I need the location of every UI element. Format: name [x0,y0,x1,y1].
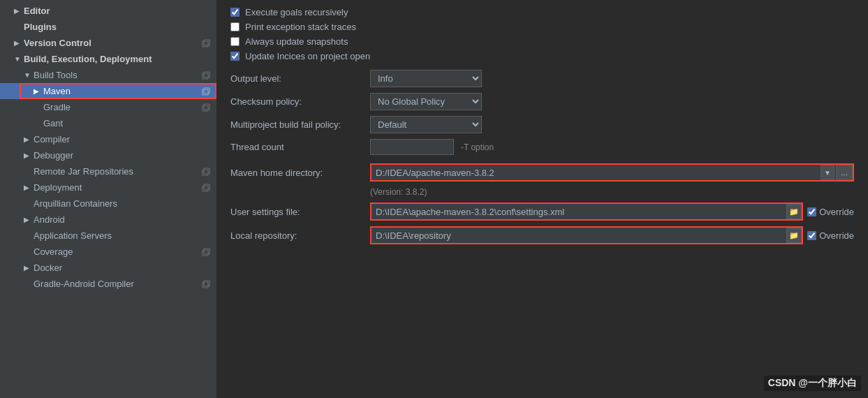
sidebar-item-build-tools[interactable]: ▼ Build Tools [0,67,216,83]
svg-rect-3 [204,72,209,78]
multiproject-label: Multiproject build fail policy: [230,119,370,130]
maven-home-input-wrapper: ▼ ... [370,163,854,182]
copy-icon [201,38,211,48]
checkbox-update-indices[interactable]: Update Incices on project open [230,51,854,61]
sidebar-item-compiler[interactable]: ▶ Compiler [0,131,216,147]
svg-rect-7 [204,104,209,110]
copy-icon [201,183,211,193]
sidebar-item-version-control[interactable]: ▶ Version Control [0,35,216,51]
local-repo-override-label: Override [819,230,854,241]
arrow-icon: ▼ [24,71,34,79]
sidebar-item-debugger[interactable]: ▶ Debugger [0,147,216,163]
maven-home-row: Maven home directory: ▼ ... [230,163,854,182]
local-repo-folder-btn[interactable]: 📁 [786,228,802,243]
sidebar-item-label: Compiler [34,134,211,145]
sidebar-item-label: Version Control [24,38,201,48]
sidebar-item-coverage[interactable]: Coverage [0,244,216,260]
sidebar-item-remote-jar[interactable]: Remote Jar Repositories [0,163,216,179]
maven-home-browse-btn[interactable]: ... [836,165,853,180]
output-level-label: Output level: [230,73,370,84]
user-settings-override-label: Override [819,207,854,217]
checksum-select[interactable]: No Global Policy Strict Relaxed [370,93,482,110]
svg-rect-9 [204,168,209,174]
sidebar-item-label: Gant [43,118,211,128]
checkbox-always-update[interactable]: Always update snapshots [230,36,854,47]
copy-icon [201,103,211,112]
execute-goals-label: Execute goals recursively [245,7,348,17]
sidebar-item-label: Arquillian Containers [34,198,211,209]
sidebar-item-label: Debugger [34,150,211,161]
execute-goals-checkbox[interactable] [230,8,240,17]
sidebar-item-label: Plugins [24,22,211,32]
t-option-label: -T option [461,142,494,152]
sidebar-item-gant[interactable]: Gant [0,115,216,131]
local-repo-input[interactable] [372,228,785,243]
svg-rect-1 [204,40,209,45]
maven-home-dropdown-btn[interactable]: ▼ [821,165,834,180]
local-repo-control: 📁 Override [370,226,854,244]
always-update-checkbox[interactable] [230,37,240,46]
main-content: Execute goals recursively Print exceptio… [216,0,868,398]
svg-rect-15 [204,281,209,286]
update-indices-label: Update Incices on project open [245,51,370,61]
copy-icon [201,247,211,257]
local-repo-label: Local repository: [230,230,370,241]
maven-home-input[interactable] [372,165,821,180]
output-level-select[interactable]: Info Error Warn Debug [370,70,482,87]
sidebar-item-label: Gradle-Android Compiler [34,279,201,289]
sidebar-item-arquillian[interactable]: Arquillian Containers [0,196,216,212]
sidebar-item-app-servers[interactable]: Application Servers [0,228,216,244]
print-exception-label: Print exception stack traces [245,22,356,32]
sidebar-item-gradle[interactable]: Gradle [0,99,216,115]
sidebar-item-gradle-android[interactable]: Gradle-Android Compiler [0,276,216,292]
arrow-icon: ▶ [24,184,34,191]
sidebar-item-editor[interactable]: ▶ Editor [0,3,216,19]
print-exception-checkbox[interactable] [230,22,240,31]
user-settings-override-wrap: Override [807,207,854,217]
sidebar-item-maven[interactable]: ▶ Maven [0,83,216,99]
sidebar-item-label: Build Tools [34,70,201,80]
sidebar: ▶ Editor Plugins ▶ Version Control ▼ Bui… [0,0,216,398]
checkbox-print-exception[interactable]: Print exception stack traces [230,22,854,32]
checkbox-execute-goals[interactable]: Execute goals recursively [230,7,854,17]
sidebar-item-build-execution[interactable]: ▼ Build, Execution, Deployment [0,51,216,67]
user-settings-folder-btn[interactable]: 📁 [786,204,802,219]
arrow-icon: ▶ [34,87,43,95]
maven-version-note: (Version: 3.8.2) [370,187,854,197]
copy-icon [201,71,211,80]
arrow-icon: ▶ [14,39,24,47]
checksum-label: Checksum policy: [230,96,370,107]
sidebar-item-label: Deployment [34,182,201,193]
sidebar-item-label: Android [34,214,211,225]
output-level-row: Output level: Info Error Warn Debug [230,70,854,87]
thread-count-input[interactable] [370,139,454,155]
multiproject-select[interactable]: Default Fail Fast Fail Never [370,116,482,133]
sidebar-item-android[interactable]: ▶ Android [0,212,216,228]
watermark: CSDN @一个胖小白 [764,376,861,391]
arrow-icon: ▶ [24,152,34,159]
svg-rect-12 [203,250,208,256]
sidebar-item-label: Maven [43,86,201,96]
local-repo-row: Local repository: 📁 Override [230,226,854,244]
user-settings-input[interactable] [372,205,785,219]
sidebar-item-deployment[interactable]: ▶ Deployment [0,179,216,196]
user-settings-override-checkbox[interactable] [807,207,816,216]
sidebar-item-label: Application Servers [34,230,211,241]
local-repo-override-wrap: Override [807,230,854,241]
sidebar-item-label: Remote Jar Repositories [34,166,201,177]
arrow-icon: ▶ [24,264,34,272]
sidebar-item-label: Coverage [34,246,201,257]
svg-rect-6 [203,105,208,111]
sidebar-item-plugins[interactable]: Plugins [0,19,216,35]
copy-icon [201,279,211,289]
sidebar-item-label: Editor [24,6,211,16]
update-indices-checkbox[interactable] [230,52,240,61]
local-repo-override-checkbox[interactable] [807,231,816,240]
checksum-row: Checksum policy: No Global Policy Strict… [230,93,854,110]
always-update-label: Always update snapshots [245,36,348,47]
local-repo-input-wrapper: 📁 [370,226,803,244]
svg-rect-4 [203,89,208,95]
sidebar-item-docker[interactable]: ▶ Docker [0,260,216,276]
arrow-icon: ▶ [24,135,34,143]
svg-rect-13 [204,249,209,254]
